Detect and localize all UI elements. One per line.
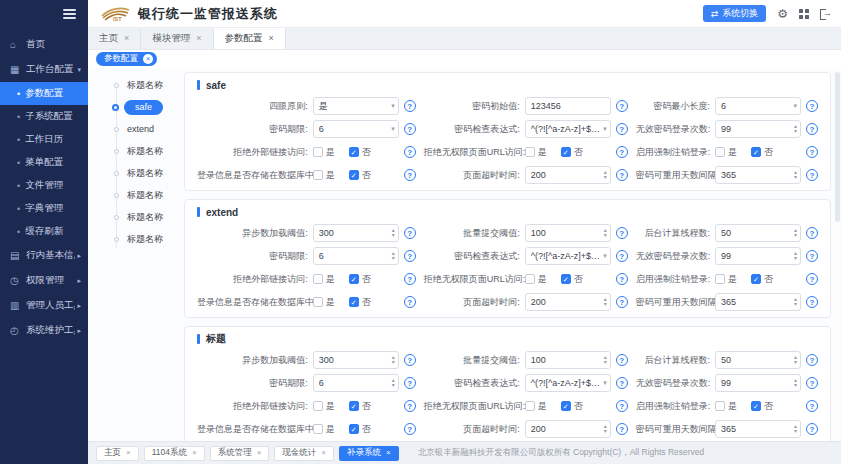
yes-checkbox[interactable]: 是	[313, 296, 335, 309]
close-icon[interactable]: ×	[257, 449, 262, 457]
help-icon[interactable]: ?	[806, 123, 818, 135]
help-icon[interactable]: ?	[404, 227, 416, 239]
help-icon[interactable]: ?	[404, 146, 416, 158]
chevron-down-icon[interactable]: ▾	[392, 233, 395, 238]
checkbox-icon[interactable]	[313, 170, 323, 180]
chevron-down-icon[interactable]: ▾	[794, 360, 797, 365]
sidebar-item-admin-tools[interactable]: ▥ 管理人员工具 ▸	[0, 293, 88, 318]
help-icon[interactable]: ?	[806, 400, 818, 412]
help-icon[interactable]: ?	[616, 423, 628, 435]
number-stepper[interactable]: ▴ ▾	[794, 228, 797, 238]
number-stepper[interactable]: ▴ ▾	[794, 378, 797, 388]
no-checkbox[interactable]: ✓ 否	[751, 146, 773, 159]
checkbox-icon[interactable]: ✓	[349, 170, 359, 180]
help-icon[interactable]: ?	[404, 250, 416, 262]
number-stepper[interactable]: ▴ ▾	[392, 355, 395, 365]
yes-checkbox[interactable]: 是	[715, 273, 737, 286]
help-icon[interactable]: ?	[404, 377, 416, 389]
yes-checkbox[interactable]: 是	[313, 400, 335, 413]
checkbox-icon[interactable]	[313, 147, 323, 157]
sidebar-subitem-file-management[interactable]: • 文件管理	[0, 174, 88, 197]
number-input[interactable]: 100 ▴ ▾	[525, 351, 611, 369]
bottom-tab-supplement-system[interactable]: 补录系统 ×	[339, 446, 399, 461]
close-icon[interactable]: ×	[269, 34, 274, 43]
checkbox-icon[interactable]	[525, 401, 535, 411]
chevron-down-icon[interactable]: ▾	[794, 429, 797, 434]
number-stepper[interactable]: ▴ ▾	[392, 378, 395, 388]
number-stepper[interactable]: ▴ ▾	[392, 251, 395, 261]
tab-param-config[interactable]: 参数配置 ×	[214, 28, 286, 49]
help-icon[interactable]: ?	[616, 169, 628, 181]
yes-checkbox[interactable]: 是	[313, 423, 335, 436]
help-icon[interactable]: ?	[616, 377, 628, 389]
chevron-down-icon[interactable]: ▾	[794, 129, 797, 134]
checkbox-icon[interactable]	[525, 274, 535, 284]
select-input[interactable]: ^(?![^a-zA-z]+$)(?!\D+$)[0-9A-Za-z] ▾	[525, 120, 611, 138]
yes-checkbox[interactable]: 是	[715, 400, 737, 413]
yes-checkbox[interactable]: 是	[525, 400, 547, 413]
bottom-tab-system-management[interactable]: 系统管理 ×	[210, 446, 270, 461]
number-input[interactable]: 99 ▴ ▾	[715, 247, 801, 265]
chevron-down-icon[interactable]: ▾	[392, 383, 395, 388]
no-checkbox[interactable]: ✓ 否	[349, 296, 371, 309]
close-icon[interactable]: ×	[386, 449, 391, 457]
help-icon[interactable]: ?	[806, 146, 818, 158]
no-checkbox[interactable]: ✓ 否	[751, 273, 773, 286]
no-checkbox[interactable]: ✓ 否	[349, 146, 371, 159]
checkbox-icon[interactable]: ✓	[349, 147, 359, 157]
number-stepper[interactable]: ▴ ▾	[794, 424, 797, 434]
checkbox-icon[interactable]: ✓	[561, 147, 571, 157]
gear-icon[interactable]: ⚙	[777, 8, 788, 20]
help-icon[interactable]: ?	[616, 400, 628, 412]
help-icon[interactable]: ?	[616, 227, 628, 239]
number-input[interactable]: 300 ▴ ▾	[313, 351, 399, 369]
help-icon[interactable]: ?	[806, 273, 818, 285]
close-icon[interactable]: ×	[126, 449, 131, 457]
checkbox-icon[interactable]: ✓	[349, 297, 359, 307]
number-input[interactable]: 6 ▴ ▾	[313, 374, 399, 392]
help-icon[interactable]: ?	[404, 354, 416, 366]
chevron-down-icon[interactable]: ▾	[392, 256, 395, 261]
help-icon[interactable]: ?	[404, 400, 416, 412]
sidebar-item-bank-basic-info[interactable]: ▤ 行内基本信息 ▸	[0, 243, 88, 268]
help-icon[interactable]: ?	[616, 146, 628, 158]
help-icon[interactable]: ?	[616, 273, 628, 285]
param-config-chip[interactable]: 参数配置 ×	[96, 52, 157, 66]
sidebar-item-workbench-config[interactable]: ▦ 工作台配置 ▾	[0, 57, 88, 82]
number-stepper[interactable]: ▴ ▾	[794, 355, 797, 365]
checkbox-icon[interactable]: ✓	[349, 424, 359, 434]
help-icon[interactable]: ?	[404, 423, 416, 435]
checkbox-icon[interactable]	[715, 401, 725, 411]
checkbox-icon[interactable]	[715, 274, 725, 284]
chevron-down-icon[interactable]: ▾	[604, 302, 607, 307]
collapse-menu-icon[interactable]	[63, 7, 76, 21]
select-input[interactable]: 是 ▾	[313, 97, 399, 115]
chevron-down-icon[interactable]: ▾	[794, 233, 797, 238]
help-icon[interactable]: ?	[806, 169, 818, 181]
close-icon[interactable]: ×	[124, 34, 129, 43]
number-stepper[interactable]: ▴ ▾	[794, 124, 797, 134]
no-checkbox[interactable]: ✓ 否	[349, 423, 371, 436]
yes-checkbox[interactable]: 是	[525, 146, 547, 159]
help-icon[interactable]: ?	[616, 296, 628, 308]
checkbox-icon[interactable]	[525, 147, 535, 157]
anchor-item[interactable]: extend	[106, 122, 184, 136]
checkbox-icon[interactable]: ✓	[751, 274, 761, 284]
sidebar-item-permission-management[interactable]: ◷ 权限管理 ▸	[0, 268, 88, 293]
sidebar-subitem-dict-management[interactable]: • 字典管理	[0, 197, 88, 220]
checkbox-icon[interactable]	[313, 274, 323, 284]
chevron-down-icon[interactable]: ▾	[794, 175, 797, 180]
number-input[interactable]: 365 ▴ ▾	[715, 293, 801, 311]
no-checkbox[interactable]: ✓ 否	[561, 400, 583, 413]
chevron-down-icon[interactable]: ▾	[604, 429, 607, 434]
close-icon[interactable]: ×	[321, 449, 326, 457]
select-input[interactable]: 6 ▾	[715, 97, 801, 115]
help-icon[interactable]: ?	[806, 423, 818, 435]
sidebar-item-system-maintenance[interactable]: ◴ 系统维护工具 ▸	[0, 318, 88, 343]
tab-home[interactable]: 主页 ×	[88, 28, 141, 49]
anchor-item[interactable]: 标题名称	[106, 188, 184, 202]
yes-checkbox[interactable]: 是	[715, 146, 737, 159]
sidebar-subitem-menu-config[interactable]: • 菜单配置	[0, 151, 88, 174]
yes-checkbox[interactable]: 是	[313, 273, 335, 286]
number-stepper[interactable]: ▴ ▾	[794, 170, 797, 180]
